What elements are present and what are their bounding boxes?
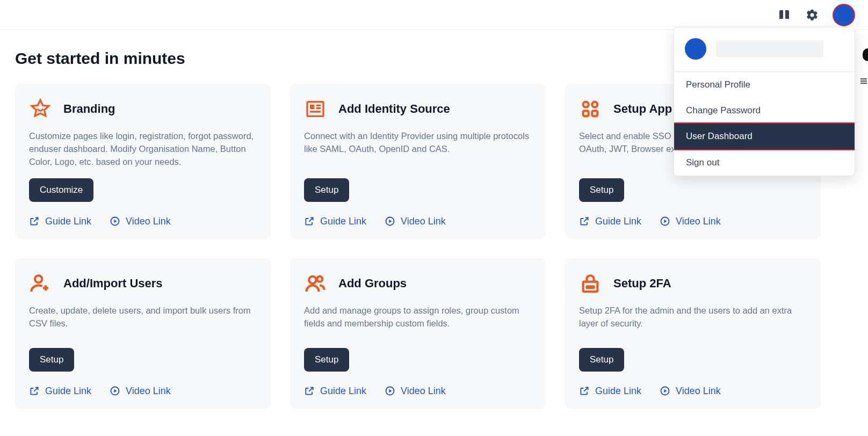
guide-link[interactable]: Guide Link (579, 216, 641, 227)
setup-button[interactable]: Setup (579, 348, 624, 372)
apps-icon (579, 98, 602, 120)
svg-rect-6 (583, 111, 589, 116)
guide-link[interactable]: Guide Link (304, 386, 366, 397)
svg-point-12 (317, 276, 322, 281)
video-link[interactable]: Video Link (385, 216, 446, 227)
user-name-placeholder (716, 40, 823, 57)
svg-rect-7 (592, 111, 597, 116)
hamburger-icon[interactable] (859, 76, 868, 86)
guide-link[interactable]: Guide Link (29, 216, 91, 227)
svg-point-15 (587, 286, 588, 288)
guide-link-label: Guide Link (320, 386, 366, 397)
card-desc: Connect with an Identity Provider using … (304, 130, 532, 169)
guide-link-label: Guide Link (595, 216, 641, 227)
card-title: Branding (63, 102, 115, 116)
avatar-button[interactable] (833, 4, 855, 26)
guide-link[interactable]: Guide Link (579, 386, 641, 397)
customize-button[interactable]: Customize (29, 178, 93, 202)
user-plus-icon (29, 272, 52, 295)
play-circle-icon (110, 216, 120, 227)
topbar (0, 0, 868, 30)
play-circle-icon (385, 386, 395, 396)
card-desc: Create, update, delete users, and import… (29, 304, 257, 338)
play-circle-icon (110, 386, 120, 396)
video-link-label: Video Link (676, 216, 721, 227)
card-title: Setup App (613, 102, 672, 116)
external-link-icon (304, 216, 315, 227)
svg-point-9 (35, 275, 42, 282)
guide-link[interactable]: Guide Link (29, 386, 91, 397)
card-title: Add Groups (338, 277, 407, 290)
video-link[interactable]: Video Link (110, 386, 171, 397)
card-setup-2fa: Setup 2FA Setup 2FA for the admin and th… (565, 258, 821, 409)
card-add-groups: Add Groups Add and manage groups to assi… (290, 258, 546, 409)
play-circle-icon (660, 386, 670, 396)
video-link-label: Video Link (676, 386, 721, 397)
setup-button[interactable]: Setup (304, 348, 349, 372)
star-icon (29, 98, 52, 120)
card-title: Add Identity Source (338, 102, 450, 116)
menu-sign-out[interactable]: Sign out (674, 150, 855, 176)
guide-link-label: Guide Link (320, 216, 366, 227)
card-branding: Branding Customize pages like login, reg… (15, 84, 271, 239)
menu-change-password[interactable]: Change Password (674, 98, 855, 123)
svg-point-4 (583, 102, 589, 107)
video-link-label: Video Link (126, 216, 171, 227)
badge-peek (863, 48, 868, 61)
video-link[interactable]: Video Link (660, 386, 721, 397)
dropdown-header (674, 27, 855, 72)
svg-point-17 (592, 286, 594, 288)
user-dropdown: Personal Profile Change Password User Da… (674, 27, 855, 176)
card-desc: Setup 2FA for the admin and the users to… (579, 304, 807, 338)
video-link-label: Video Link (401, 216, 446, 227)
video-link[interactable]: Video Link (110, 216, 171, 227)
svg-point-16 (589, 286, 591, 288)
setup-button[interactable]: Setup (29, 348, 74, 372)
guide-link-label: Guide Link (45, 216, 91, 227)
guide-link-label: Guide Link (45, 386, 91, 397)
video-link[interactable]: Video Link (660, 216, 721, 227)
svg-rect-2 (310, 105, 314, 109)
svg-point-5 (592, 102, 597, 107)
external-link-icon (29, 386, 40, 396)
menu-user-dashboard[interactable]: User Dashboard (674, 122, 855, 150)
svg-rect-1 (307, 102, 323, 117)
external-link-icon (304, 386, 315, 396)
avatar (685, 38, 706, 60)
external-link-icon (29, 216, 40, 227)
svg-point-11 (309, 276, 316, 283)
card-add-users: Add/Import Users Create, update, delete … (15, 258, 271, 409)
video-link-label: Video Link (401, 386, 446, 397)
video-link[interactable]: Video Link (385, 386, 446, 397)
card-title: Add/Import Users (63, 277, 163, 290)
guide-link[interactable]: Guide Link (304, 216, 366, 227)
id-card-icon (304, 98, 327, 120)
guide-link-label: Guide Link (595, 386, 641, 397)
card-title: Setup 2FA (613, 277, 671, 290)
card-desc: Add and manage groups to assign roles, g… (304, 304, 532, 338)
external-link-icon (579, 386, 590, 396)
play-circle-icon (660, 216, 670, 227)
gear-icon[interactable] (805, 8, 820, 23)
menu-personal-profile[interactable]: Personal Profile (674, 72, 855, 98)
video-link-label: Video Link (126, 386, 171, 397)
setup-button[interactable]: Setup (579, 178, 624, 202)
lock-icon (579, 272, 602, 295)
setup-button[interactable]: Setup (304, 178, 349, 202)
external-link-icon (579, 216, 590, 227)
book-icon[interactable] (777, 8, 792, 23)
card-identity-source: Add Identity Source Connect with an Iden… (290, 84, 546, 239)
play-circle-icon (385, 216, 395, 227)
card-desc: Customize pages like login, registration… (29, 130, 257, 169)
users-icon (304, 272, 327, 295)
